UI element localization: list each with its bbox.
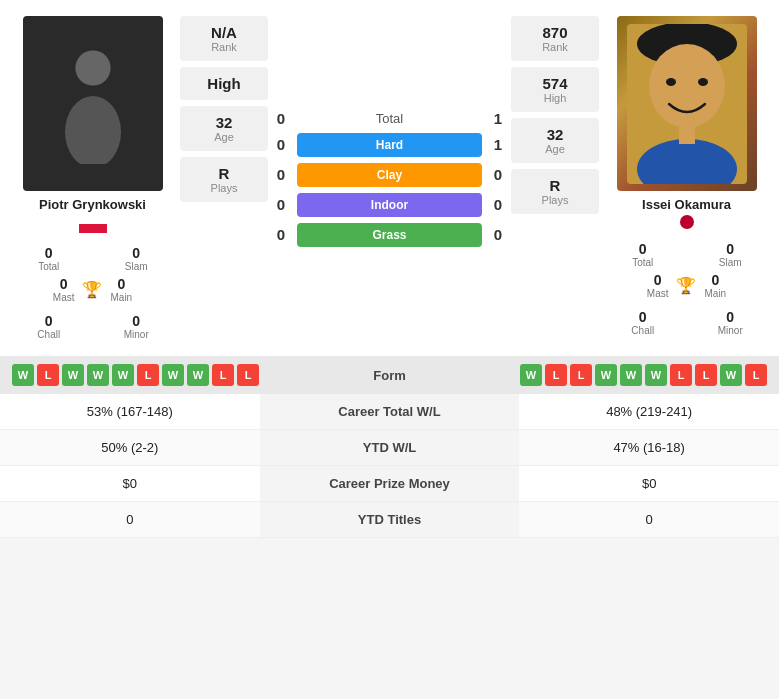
- player-comparison: Piotr Grynkowski 0 Total 0 Slam: [0, 0, 779, 356]
- left-trophy-row: 0 Mast 🏆 0 Main: [53, 276, 132, 303]
- poland-flag-icon: [79, 215, 107, 233]
- hard-score-row: 0 Hard 1: [273, 130, 506, 160]
- stat-left-value: 53% (167-148): [0, 394, 260, 430]
- right-mast-value: 0: [654, 272, 662, 288]
- right-player-stats: 0 Total 0 Slam: [604, 241, 769, 268]
- form-badge: W: [520, 364, 542, 386]
- right-minor-value: 0: [726, 309, 734, 325]
- clay-score-row: 0 Clay 0: [273, 160, 506, 190]
- left-main-label: Main: [110, 292, 132, 303]
- clay-surface-btn[interactable]: Clay: [297, 163, 482, 187]
- right-age-label: Age: [515, 143, 595, 155]
- right-rank-label: Rank: [515, 41, 595, 53]
- left-mast-value: 0: [60, 276, 68, 292]
- left-total-stat: 0 Total: [10, 245, 88, 272]
- left-mast-stat: 0 Mast: [53, 276, 75, 303]
- right-chall-label: Chall: [631, 325, 654, 336]
- stat-center-label: YTD Titles: [260, 502, 520, 538]
- svg-rect-2: [79, 215, 107, 224]
- left-chall-label: Chall: [37, 329, 60, 340]
- left-minor-stat: 0 Minor: [98, 313, 176, 340]
- left-plays-box: R Plays: [180, 157, 268, 202]
- left-form-badges: WLWWWLWWLL: [12, 364, 259, 386]
- right-chall-stat: 0 Chall: [604, 309, 682, 336]
- stat-center-label: YTD W/L: [260, 430, 520, 466]
- right-slam-stat: 0 Slam: [692, 241, 770, 268]
- form-badge: W: [645, 364, 667, 386]
- left-mast-label: Mast: [53, 292, 75, 303]
- right-plays-label: Plays: [515, 194, 595, 206]
- right-plays-box: R Plays: [511, 169, 599, 214]
- hard-left-score: 0: [273, 136, 289, 153]
- form-badge: L: [37, 364, 59, 386]
- hard-surface-btn[interactable]: Hard: [297, 133, 482, 157]
- svg-point-1: [65, 96, 121, 164]
- stat-center-label: Career Prize Money: [260, 466, 520, 502]
- left-chall-stat: 0 Chall: [10, 313, 88, 340]
- stat-left-value: 50% (2-2): [0, 430, 260, 466]
- stat-left-value: $0: [0, 466, 260, 502]
- form-badge: L: [545, 364, 567, 386]
- form-badge: W: [12, 364, 34, 386]
- form-badge: W: [620, 364, 642, 386]
- hard-right-score: 1: [490, 136, 506, 153]
- left-age-box: 32 Age: [180, 106, 268, 151]
- clay-right-score: 0: [490, 166, 506, 183]
- clay-left-score: 0: [273, 166, 289, 183]
- right-total-stat: 0 Total: [604, 241, 682, 268]
- right-player-svg: [627, 24, 747, 184]
- form-badge: L: [570, 364, 592, 386]
- form-badge: W: [187, 364, 209, 386]
- stats-table: 53% (167-148) Career Total W/L 48% (219-…: [0, 394, 779, 538]
- right-mast-label: Mast: [647, 288, 669, 299]
- right-player-photo: [617, 16, 757, 191]
- right-high-value: 574: [515, 75, 595, 92]
- right-player-flag: [680, 215, 694, 232]
- right-player-panel: Issei Okamura 0 Total 0 Slam 0 Mast: [604, 16, 769, 340]
- right-main-stat: 0 Main: [704, 272, 726, 299]
- left-player-name: Piotr Grynkowski: [39, 197, 146, 212]
- stats-row: 50% (2-2) YTD W/L 47% (16-18): [0, 430, 779, 466]
- right-minor-label: Minor: [718, 325, 743, 336]
- svg-point-8: [698, 78, 708, 86]
- indoor-score-row: 0 Indoor 0: [273, 190, 506, 220]
- indoor-right-score: 0: [490, 196, 506, 213]
- right-chall-value: 0: [639, 309, 647, 325]
- left-plays-value: R: [184, 165, 264, 182]
- stats-row: 53% (167-148) Career Total W/L 48% (219-…: [0, 394, 779, 430]
- grass-score-row: 0 Grass 0: [273, 220, 506, 250]
- left-total-label: Total: [38, 261, 59, 272]
- total-right-score: 1: [490, 110, 506, 127]
- grass-left-score: 0: [273, 226, 289, 243]
- svg-rect-3: [79, 224, 107, 233]
- left-main-stat: 0 Main: [110, 276, 132, 303]
- left-chall-value: 0: [45, 313, 53, 329]
- left-rank-box: N/A Rank: [180, 16, 268, 61]
- right-slam-value: 0: [726, 241, 734, 257]
- grass-surface-btn[interactable]: Grass: [297, 223, 482, 247]
- right-high-box: 574 High: [511, 67, 599, 112]
- left-player-photo: [23, 16, 163, 191]
- left-high-box: High: [180, 67, 268, 100]
- form-badge: W: [595, 364, 617, 386]
- right-age-box: 32 Age: [511, 118, 599, 163]
- right-player-name: Issei Okamura: [642, 197, 731, 212]
- right-rank-box: 870 Rank: [511, 16, 599, 61]
- right-high-label: High: [515, 92, 595, 104]
- right-main-value: 0: [711, 272, 719, 288]
- right-stats-panel: 870 Rank 574 High 32 Age R Plays: [510, 16, 600, 340]
- form-badge: L: [695, 364, 717, 386]
- left-high-value: High: [184, 75, 264, 92]
- left-trophy-icon: 🏆: [82, 280, 102, 299]
- svg-point-7: [666, 78, 676, 86]
- right-form-badges: WLLWWWLLWL: [520, 364, 767, 386]
- total-label: Total: [360, 111, 420, 126]
- left-player-stats: 0 Total 0 Slam: [10, 245, 175, 272]
- left-plays-label: Plays: [184, 182, 264, 194]
- indoor-surface-btn[interactable]: Indoor: [297, 193, 482, 217]
- stat-right-value: 47% (16-18): [519, 430, 779, 466]
- svg-rect-10: [679, 124, 695, 144]
- right-slam-label: Slam: [719, 257, 742, 268]
- form-badge: L: [745, 364, 767, 386]
- stat-right-value: $0: [519, 466, 779, 502]
